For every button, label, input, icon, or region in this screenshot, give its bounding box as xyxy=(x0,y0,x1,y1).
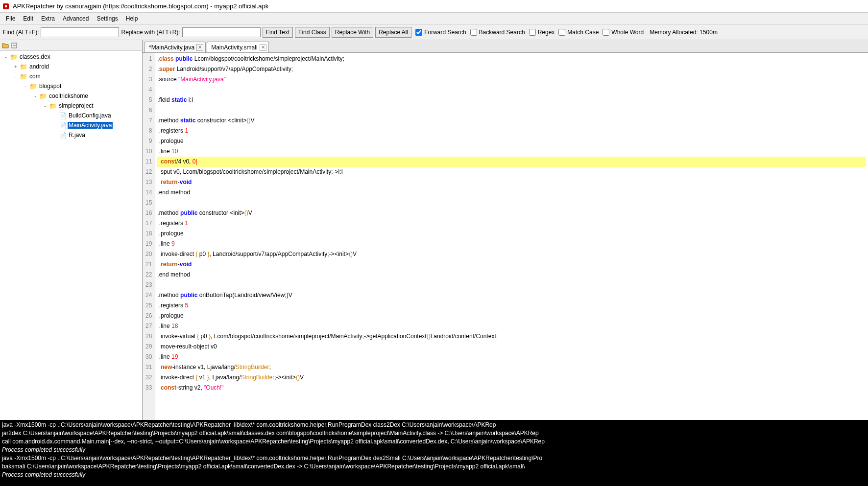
tree-node-mainactivity-java[interactable]: MainActivity.java xyxy=(1,120,141,130)
tree-toolbar xyxy=(0,40,142,51)
code-line[interactable] xyxy=(157,198,866,208)
forward-search-label: Forward Search xyxy=(424,29,466,36)
code-line[interactable]: .prologue xyxy=(157,136,866,146)
code-line[interactable]: .registers 5 xyxy=(157,301,866,311)
folder-icon xyxy=(49,102,57,110)
menu-edit[interactable]: Edit xyxy=(19,14,37,23)
replace-with-button[interactable]: Replace With xyxy=(332,27,373,38)
menu-extra[interactable]: Extra xyxy=(37,14,59,23)
tree-node-classes-dex[interactable]: -classes.dex xyxy=(1,52,141,62)
code-line[interactable]: .line 18 xyxy=(157,321,866,331)
code-line[interactable]: .prologue xyxy=(157,229,866,239)
line-number: 27 xyxy=(145,321,152,331)
menu-advanced[interactable]: Advanced xyxy=(59,14,93,23)
gutter: 1234567891011121314151617181920212223242… xyxy=(143,53,155,420)
editor-panel: *MainActivity.java✕MainActivity.smali✕ 1… xyxy=(143,40,868,420)
code-line[interactable]: sput v0, Lcom/blogspot/cooltrickshome/si… xyxy=(157,167,866,177)
tab--mainactivity-java[interactable]: *MainActivity.java✕ xyxy=(145,42,206,52)
code-line[interactable] xyxy=(157,105,866,116)
menu-help[interactable]: Help xyxy=(122,14,142,23)
code-area[interactable]: 1234567891011121314151617181920212223242… xyxy=(143,53,868,420)
tree-label[interactable]: BuildConfig.java xyxy=(68,112,112,119)
tree-toggle-icon[interactable]: + xyxy=(13,64,19,69)
find-text-button[interactable]: Find Text xyxy=(263,27,293,38)
menu-bar: File Edit Extra Advanced Settings Help xyxy=(0,13,868,24)
tree-toggle-icon[interactable]: - xyxy=(23,84,28,89)
code-line[interactable]: const-string v2, "Ouch!" xyxy=(157,383,866,393)
line-number: 17 xyxy=(145,218,152,229)
tree-toggle-icon[interactable]: - xyxy=(32,93,38,99)
code-line[interactable]: .method public onButtonTap(Landroid/view… xyxy=(157,290,866,301)
tree-node-cooltrickshome[interactable]: -cooltrickshome xyxy=(1,91,141,101)
tree-label[interactable]: android xyxy=(28,63,50,70)
console-line: Process completed successfully xyxy=(2,446,866,454)
tree-toggle-icon[interactable]: - xyxy=(13,74,19,79)
code-line[interactable]: .line 10 xyxy=(157,146,866,157)
tree-label[interactable]: classes.dex xyxy=(19,53,51,60)
code-line[interactable]: .source "MainActivity.java" xyxy=(157,74,866,85)
replace-input[interactable] xyxy=(182,27,261,37)
backward-search-checkbox[interactable] xyxy=(470,29,477,36)
code-line[interactable]: .end method xyxy=(157,187,866,198)
code-line[interactable]: .line 19 xyxy=(157,352,866,362)
code-line[interactable]: .field static i:I xyxy=(157,95,866,105)
tree-label[interactable]: com xyxy=(28,73,42,80)
tree-node-simpleproject[interactable]: -simpleproject xyxy=(1,101,141,111)
tree-toggle-icon[interactable]: - xyxy=(3,54,9,60)
tree-label[interactable]: blogspot xyxy=(38,83,62,90)
code-line[interactable]: return-void xyxy=(157,259,866,270)
tree-node-com[interactable]: -com xyxy=(1,71,141,81)
find-input[interactable] xyxy=(41,27,119,37)
tree-node-r-java[interactable]: R.java xyxy=(1,130,141,140)
code-line[interactable]: .method static constructor <clinit>()V xyxy=(157,116,866,126)
folder-icon xyxy=(10,53,18,61)
line-number: 24 xyxy=(145,290,152,301)
tree-content[interactable]: -classes.dex+android-com-blogspot-cooltr… xyxy=(0,51,142,420)
code-line[interactable] xyxy=(157,280,866,290)
open-folder-icon[interactable] xyxy=(2,42,9,49)
tree-label[interactable]: simpleproject xyxy=(58,102,95,109)
code-line[interactable]: .prologue xyxy=(157,311,866,321)
tree-node-android[interactable]: +android xyxy=(1,62,141,71)
code-line[interactable]: invoke-direct { v1 }, Ljava/lang/StringB… xyxy=(157,372,866,383)
line-number: 8 xyxy=(145,126,152,136)
menu-file[interactable]: File xyxy=(2,14,19,23)
close-icon[interactable]: ✕ xyxy=(196,44,203,51)
code-line[interactable]: .super Landroid/support/v7/app/AppCompat… xyxy=(157,64,866,74)
console-line: java -Xmx1500m -cp .;C:\Users\anjain\wor… xyxy=(2,421,866,429)
console-output[interactable]: java -Xmx1500m -cp .;C:\Users\anjain\wor… xyxy=(0,420,868,486)
code-line[interactable]: invoke-direct { p0 }, Landroid/support/v… xyxy=(157,249,866,259)
find-class-button[interactable]: Find Class xyxy=(295,27,330,38)
match-case-checkbox[interactable] xyxy=(558,29,565,36)
code-line[interactable]: new-instance v1, Ljava/lang/StringBuilde… xyxy=(157,362,866,372)
tree-label[interactable]: cooltrickshome xyxy=(48,93,89,99)
tree-label[interactable]: MainActivity.java xyxy=(68,122,113,129)
tree-toggle-icon[interactable]: - xyxy=(42,103,48,109)
code-lines[interactable]: .class public Lcom/blogspot/cooltricksho… xyxy=(155,53,868,420)
code-line[interactable]: .registers 1 xyxy=(157,126,866,136)
forward-search-checkbox[interactable] xyxy=(415,29,422,36)
tree-node-blogspot[interactable]: -blogspot xyxy=(1,81,141,91)
tree-node-buildconfig-java[interactable]: BuildConfig.java xyxy=(1,111,141,120)
code-line[interactable]: .method public constructor <init>()V xyxy=(157,208,866,218)
code-line[interactable]: invoke-virtual { p0 }, Lcom/blogspot/coo… xyxy=(157,331,866,342)
menu-settings[interactable]: Settings xyxy=(93,14,121,23)
code-line[interactable]: .class public Lcom/blogspot/cooltricksho… xyxy=(157,54,866,64)
folder-icon xyxy=(20,63,27,70)
line-number: 7 xyxy=(145,116,152,126)
code-line[interactable] xyxy=(157,85,866,95)
code-line[interactable]: .line 9 xyxy=(157,239,866,249)
regex-checkbox[interactable] xyxy=(529,29,536,36)
code-line[interactable]: return-void xyxy=(157,177,866,187)
replace-all-button[interactable]: Replace All xyxy=(375,27,411,38)
tab-mainactivity-smali[interactable]: MainActivity.smali✕ xyxy=(207,42,268,52)
collapse-icon[interactable] xyxy=(11,42,18,49)
close-icon[interactable]: ✕ xyxy=(260,44,266,51)
code-line[interactable]: move-result-object v0 xyxy=(157,342,866,352)
line-number: 26 xyxy=(145,311,152,321)
code-line[interactable]: .registers 1 xyxy=(157,218,866,229)
whole-word-checkbox[interactable] xyxy=(603,29,609,36)
code-line[interactable]: const/4 v0, 0| xyxy=(157,157,866,167)
tree-label[interactable]: R.java xyxy=(68,132,86,139)
code-line[interactable]: .end method xyxy=(157,270,866,280)
